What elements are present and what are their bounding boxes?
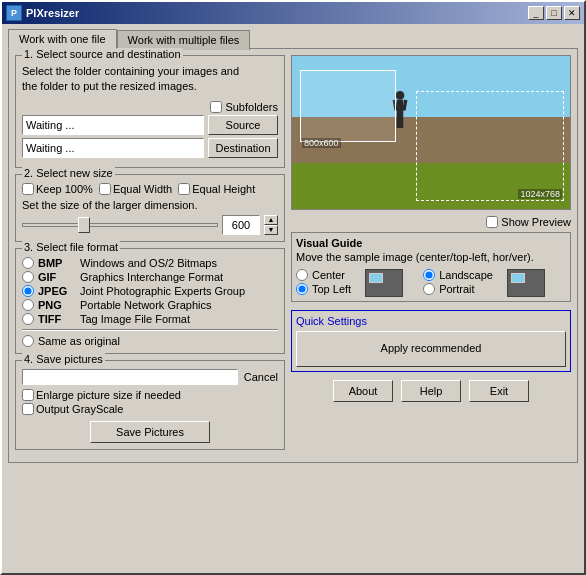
title-buttons: _ □ ✕	[528, 6, 580, 20]
position-topleft-label: Top Left	[312, 283, 351, 295]
source-dest-label: 1. Select source and destination	[22, 48, 183, 60]
spin-up-button[interactable]: ▲	[264, 215, 278, 225]
size-group: 2. Select new size Keep 100% Equal Width	[15, 174, 285, 242]
format-tiff-radio[interactable]	[22, 313, 34, 325]
size-label: 2. Select new size	[22, 167, 115, 179]
preview-label-large: 1024x768	[518, 189, 562, 199]
svg-rect-1	[397, 99, 404, 114]
visual-guide-title: Visual Guide	[296, 237, 566, 249]
app-icon-text: P	[11, 8, 17, 18]
format-same-row: Same as original	[22, 335, 278, 347]
svg-rect-5	[400, 115, 403, 128]
position-center-label: Center	[312, 269, 345, 281]
about-button[interactable]: About	[333, 380, 393, 402]
main-window: P PIXresizer _ □ ✕ Work with one file Wo…	[0, 0, 586, 575]
spin-down-button[interactable]: ▼	[264, 225, 278, 235]
format-divider	[22, 329, 278, 331]
bottom-buttons: About Help Exit	[291, 380, 571, 402]
source-button[interactable]: Source	[208, 115, 278, 135]
content-area: Work with one file Work with multiple fi…	[2, 24, 584, 467]
format-png-row: PNG Portable Network Graphics	[22, 299, 278, 311]
position-topleft-row: Top Left	[296, 283, 351, 295]
cancel-label: Cancel	[244, 371, 278, 383]
keep100-checkbox[interactable]	[22, 183, 34, 195]
source-input[interactable]	[22, 115, 204, 135]
tab-work-one-file[interactable]: Work with one file	[8, 29, 117, 49]
orientation-landscape-radio[interactable]	[423, 269, 435, 281]
title-bar: P PIXresizer _ □ ✕	[2, 2, 584, 24]
save-pictures-button[interactable]: Save Pictures	[90, 421, 210, 443]
orient-thumb-inner	[511, 273, 525, 283]
close-button[interactable]: ✕	[564, 6, 580, 20]
subfolders-label: Subfolders	[225, 101, 278, 113]
position-thumb	[365, 269, 403, 297]
orientation-column: Landscape Portrait	[423, 269, 493, 295]
format-bmp-row: BMP Windows and OS/2 Bitmaps	[22, 257, 278, 269]
format-gif-radio[interactable]	[22, 271, 34, 283]
orientation-portrait-label: Portrait	[439, 283, 474, 295]
orientation-portrait-radio[interactable]	[423, 283, 435, 295]
app-icon: P	[6, 5, 22, 21]
size-content: Keep 100% Equal Width Equal Height	[22, 183, 278, 235]
equal-height-checkbox[interactable]	[178, 183, 190, 195]
equal-width-checkbox[interactable]	[99, 183, 111, 195]
position-center-radio[interactable]	[296, 269, 308, 281]
format-jpeg-radio[interactable]	[22, 285, 34, 297]
size-slider[interactable]	[22, 223, 218, 227]
orientation-thumb-img	[507, 269, 545, 297]
dest-row: Destination	[22, 138, 278, 158]
progress-bar	[22, 369, 238, 385]
dest-input[interactable]	[22, 138, 204, 158]
source-dest-group: 1. Select source and destination Select …	[15, 55, 285, 168]
save-content: Cancel Enlarge picture size if needed Ou…	[22, 369, 278, 443]
exit-button[interactable]: Exit	[469, 380, 529, 402]
subfolders-row: Subfolders	[22, 101, 278, 113]
slider-row: ▲ ▼	[22, 215, 278, 235]
enlarge-label: Enlarge picture size if needed	[22, 389, 278, 401]
orientation-landscape-label: Landscape	[439, 269, 493, 281]
equal-height-label: Equal Height	[178, 183, 255, 195]
grayscale-checkbox[interactable]	[22, 403, 34, 415]
show-preview-checkbox[interactable]	[486, 216, 498, 228]
orientation-thumb	[507, 269, 545, 297]
maximize-button[interactable]: □	[546, 6, 562, 20]
orientation-portrait-row: Portrait	[423, 283, 493, 295]
main-area: 1. Select source and destination Select …	[8, 48, 578, 463]
show-preview-row: Show Preview	[291, 216, 571, 228]
format-gif-row: GIF Graphics Interchange Format	[22, 271, 278, 283]
save-label: 4. Save pictures	[22, 353, 105, 365]
equal-width-label: Equal Width	[99, 183, 172, 195]
enlarge-checkbox[interactable]	[22, 389, 34, 401]
format-jpeg-row: JPEG Joint Photographic Experts Group	[22, 285, 278, 297]
size-desc: Set the size of the larger dimension.	[22, 199, 278, 211]
format-same-radio[interactable]	[22, 335, 34, 347]
file-format-group: 3. Select file format BMP Windows and OS…	[15, 248, 285, 354]
preview-box-large	[416, 91, 564, 201]
checkboxes: Enlarge picture size if needed Output Gr…	[22, 389, 278, 415]
save-group: 4. Save pictures Cancel Enlarge picture …	[15, 360, 285, 450]
position-topleft-radio[interactable]	[296, 283, 308, 295]
thumb-inner	[369, 273, 383, 283]
svg-rect-4	[397, 115, 400, 128]
tab-work-multiple-files[interactable]: Work with multiple files	[117, 30, 251, 50]
size-controls: Keep 100% Equal Width Equal Height	[22, 183, 278, 195]
preview-label-small: 800x600	[302, 138, 341, 148]
progress-row: Cancel	[22, 369, 278, 385]
source-dest-content: Select the folder containing your images…	[22, 64, 278, 158]
position-thumb-img	[365, 269, 403, 297]
left-panel: 1. Select source and destination Select …	[15, 55, 285, 456]
preview-area: 800x600 1024x768	[291, 55, 571, 210]
format-png-radio[interactable]	[22, 299, 34, 311]
visual-guide-box: Visual Guide Move the sample image (cent…	[291, 232, 571, 302]
spin-buttons: ▲ ▼	[264, 215, 278, 235]
quick-settings-title: Quick Settings	[296, 315, 566, 327]
minimize-button[interactable]: _	[528, 6, 544, 20]
subfolders-checkbox[interactable]	[210, 101, 222, 113]
source-row: Source	[22, 115, 278, 135]
source-dest-desc: Select the folder containing your images…	[22, 64, 278, 95]
apply-recommended-button[interactable]: Apply recommended	[296, 331, 566, 367]
size-value-input[interactable]	[222, 215, 260, 235]
help-button[interactable]: Help	[401, 380, 461, 402]
format-bmp-radio[interactable]	[22, 257, 34, 269]
dest-button[interactable]: Destination	[208, 138, 278, 158]
